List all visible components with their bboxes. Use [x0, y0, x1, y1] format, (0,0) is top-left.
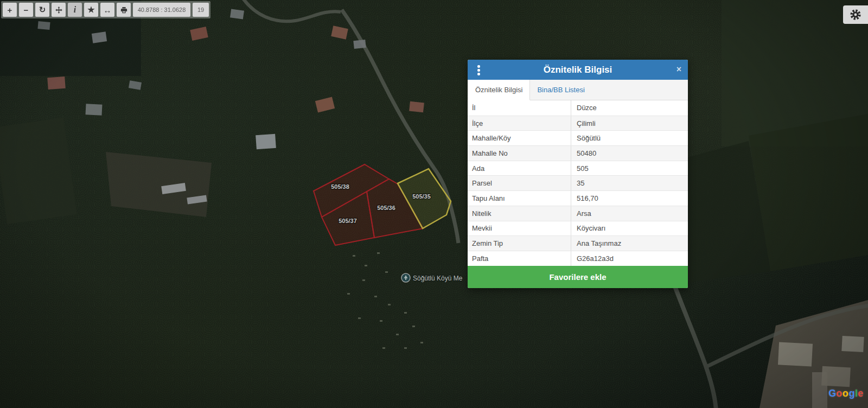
row-label: Mahalle No — [468, 146, 571, 161]
table-row: Ada505 — [468, 161, 688, 176]
row-label: Zemin Tip — [468, 236, 571, 251]
google-logo: Google — [828, 388, 864, 399]
google-letter: o — [836, 388, 843, 399]
parcel-label: 505/38 — [331, 183, 349, 190]
plus-icon: + — [8, 5, 12, 15]
row-label: İlçe — [468, 116, 571, 131]
row-label: Nitelik — [468, 206, 571, 221]
info-button[interactable]: i — [68, 3, 82, 17]
google-letter: g — [848, 388, 855, 399]
google-letter: e — [858, 388, 864, 399]
table-row: MevkiiKöycivarı — [468, 221, 688, 236]
row-label: İl — [468, 100, 571, 116]
coordinates-display: 40.8788 : 31.0628 — [133, 3, 190, 17]
parcel-layer: 505/38 505/37 505/36 505/35 — [314, 164, 451, 245]
table-row: Parsel35 — [468, 175, 688, 190]
map-toolbar: + − ↻ i ★ ↔ 40.8788 : 31.0628 19 — [1, 1, 210, 18]
table-row: Tapu Alanı516,70 — [468, 190, 688, 206]
tab-oznitelik-bilgisi[interactable]: Öznitelik Bilgisi — [468, 80, 530, 100]
move-icon — [55, 6, 63, 14]
satellite-map[interactable]: 505/38 505/37 505/36 505/35 Söğütlü Köyü… — [0, 0, 868, 408]
minus-icon: − — [24, 5, 29, 15]
measure-button[interactable]: ↔ — [100, 3, 114, 17]
row-label: Mahalle/Köy — [468, 131, 571, 145]
map-overlay: 505/38 505/37 505/36 505/35 Söğütlü Köyü… — [0, 0, 868, 408]
table-row: NitelikArsa — [468, 206, 688, 221]
row-value: Çilimli — [571, 116, 688, 131]
row-value: Arsa — [571, 206, 688, 221]
row-label: Ada — [468, 161, 571, 176]
modal-header: Öznitelik Bilgisi × — [468, 60, 688, 80]
zoom-level-display: 19 — [193, 3, 209, 17]
row-value: Düzce — [571, 100, 688, 116]
poi-label: Söğütlü Köyü Me — [413, 275, 463, 282]
row-value: G26a12a3d — [571, 251, 688, 266]
table-row: Mahalle No50480 — [468, 145, 688, 161]
refresh-button[interactable]: ↻ — [35, 3, 49, 17]
row-label: Parsel — [468, 176, 571, 190]
table-row: İlDüzce — [468, 100, 688, 116]
pan-button[interactable] — [52, 3, 66, 17]
refresh-icon: ↻ — [39, 5, 46, 15]
row-value: Ana Taşınmaz — [571, 236, 688, 251]
row-value: Söğütlü — [571, 131, 688, 145]
table-row: Mahalle/KöySöğütlü — [468, 130, 688, 145]
google-letter: G — [828, 388, 837, 399]
parcel-label: 505/35 — [412, 193, 431, 200]
double-arrow-icon: ↔ — [104, 5, 112, 15]
row-value: 516,70 — [571, 191, 688, 206]
star-icon: ★ — [87, 5, 94, 15]
vertical-dots-icon[interactable] — [476, 64, 481, 76]
print-button[interactable] — [117, 3, 131, 17]
cemetery-area — [347, 252, 423, 349]
row-value: Köycivarı — [571, 221, 688, 236]
zoom-in-button[interactable]: + — [3, 3, 17, 17]
row-label: Pafta — [468, 251, 571, 266]
parcel-label: 505/37 — [339, 218, 357, 224]
settings-button[interactable] — [843, 5, 868, 24]
close-icon[interactable]: × — [676, 64, 681, 75]
row-value: 505 — [571, 161, 688, 176]
modal-title: Öznitelik Bilgisi — [544, 65, 612, 75]
row-value: 50480 — [571, 146, 688, 161]
poi-marker[interactable]: Söğütlü Köyü Me — [401, 273, 463, 282]
table-row: İlçeÇilimli — [468, 116, 688, 131]
info-icon: i — [74, 5, 76, 15]
modal-tabs: Öznitelik Bilgisi Bina/BB Listesi — [468, 80, 688, 100]
row-label: Tapu Alanı — [468, 191, 571, 206]
parcel-label: 505/36 — [377, 205, 395, 211]
gear-icon — [850, 9, 861, 21]
add-to-favorites-button[interactable]: Favorilere ekle — [468, 266, 688, 288]
favorites-button[interactable]: ★ — [84, 3, 98, 17]
attribute-table: İlDüzceİlçeÇilimliMahalle/KöySöğütlüMaha… — [468, 100, 688, 266]
printer-icon — [120, 6, 128, 14]
row-value: 35 — [571, 176, 688, 190]
attribute-info-modal: Öznitelik Bilgisi × Öznitelik Bilgisi Bi… — [468, 60, 688, 288]
google-letter: o — [843, 388, 849, 399]
tab-bina-bb-listesi[interactable]: Bina/BB Listesi — [530, 80, 591, 100]
table-row: PaftaG26a12a3d — [468, 251, 688, 266]
row-label: Mevkii — [468, 221, 571, 236]
zoom-out-button[interactable]: − — [19, 3, 33, 17]
table-row: Zemin TipAna Taşınmaz — [468, 235, 688, 251]
